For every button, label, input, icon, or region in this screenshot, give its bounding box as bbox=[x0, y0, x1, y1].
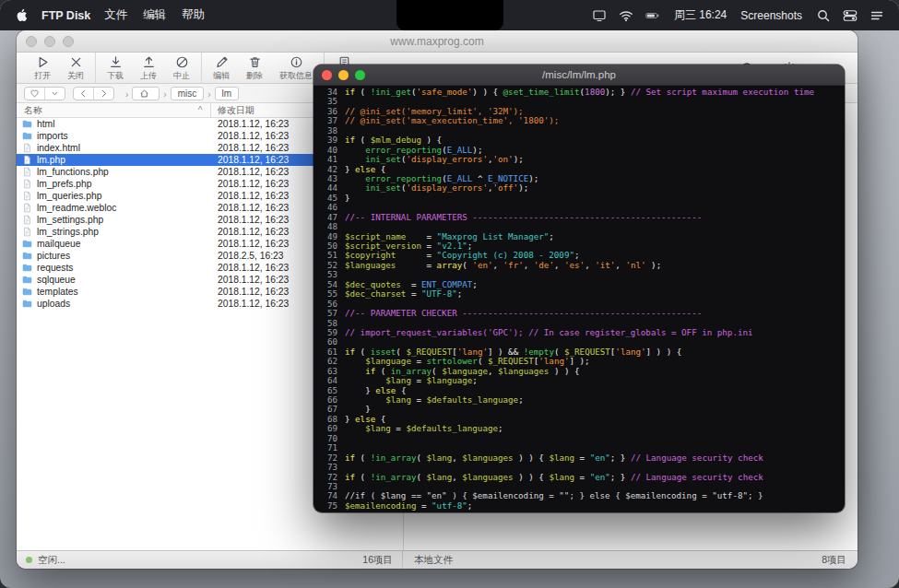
code-token: ( bbox=[355, 472, 371, 482]
file-name: lm_prefs.php bbox=[37, 179, 92, 189]
code-area[interactable]: 34 if ( !ini_get('safe_mode') ) { @set_t… bbox=[313, 86, 845, 511]
breadcrumb-button[interactable] bbox=[132, 87, 160, 100]
toolbar-button[interactable]: 编辑 bbox=[201, 53, 238, 83]
code-token: , bbox=[554, 260, 564, 270]
code-text: $lang = $defaults_language; bbox=[345, 395, 524, 405]
menubar-menu-item[interactable]: 帮助 bbox=[182, 7, 205, 23]
breadcrumb-button[interactable]: misc bbox=[171, 87, 205, 100]
minimize-button[interactable] bbox=[338, 70, 349, 80]
battery-icon[interactable] bbox=[645, 8, 660, 23]
toolbar-button-label: 下载 bbox=[107, 70, 124, 82]
code-token: ; } bbox=[610, 453, 631, 463]
folder-icon bbox=[22, 131, 32, 141]
file-name: pictures bbox=[37, 251, 70, 261]
code-token: $lang bbox=[385, 375, 411, 385]
code-token: $_REQUEST bbox=[488, 356, 534, 366]
status-bar: 空闲... 16项目 本地文件 8项目 bbox=[17, 550, 858, 569]
zoom-button[interactable] bbox=[63, 36, 74, 47]
code-token: $languages bbox=[462, 453, 513, 463]
list-icon[interactable] bbox=[869, 8, 884, 23]
file-date: 2018.1.12, 16:23 bbox=[218, 155, 289, 165]
code-token: $dec_quotes bbox=[345, 279, 401, 289]
editor-window-title: /misc/lm/lm.php bbox=[313, 69, 845, 80]
code-token: // @ini_set('memory_limit', '32M'); bbox=[345, 106, 524, 116]
code-token: E_ALL bbox=[447, 173, 473, 183]
file-name: lm_readme.webloc bbox=[37, 203, 116, 213]
column-header-name[interactable]: 名称 bbox=[17, 104, 42, 117]
code-token: } bbox=[345, 414, 355, 424]
toolbar-button[interactable]: 删除 bbox=[238, 53, 271, 83]
code-token: 'en' bbox=[472, 260, 492, 270]
menubar-menu-item[interactable]: 编辑 bbox=[143, 7, 166, 23]
favorites-heart-segment[interactable] bbox=[25, 88, 44, 100]
control-center-icon[interactable] bbox=[843, 8, 858, 23]
code-token: , bbox=[488, 366, 498, 376]
code-token bbox=[345, 154, 365, 164]
code-token: $dec_charset bbox=[345, 288, 406, 299]
sort-indicator: ^ bbox=[194, 105, 207, 115]
back-button[interactable] bbox=[74, 88, 93, 100]
toolbar-button[interactable]: 打开 bbox=[26, 53, 59, 83]
display-icon[interactable] bbox=[592, 8, 607, 23]
history-nav bbox=[73, 87, 114, 100]
code-token: } bbox=[345, 385, 375, 395]
code-token: ; bbox=[549, 231, 554, 241]
file-name: uploads bbox=[37, 299, 70, 309]
code-token: "v2.1" bbox=[437, 241, 467, 251]
column-header-date[interactable]: 修改日期 bbox=[218, 104, 254, 117]
breadcrumb-button[interactable]: lm bbox=[215, 87, 240, 100]
code-token bbox=[345, 356, 365, 366]
toolbar-button[interactable]: 上传 bbox=[132, 53, 165, 83]
close-button[interactable] bbox=[322, 70, 332, 80]
file-date: 2018.1.12, 16:23 bbox=[218, 239, 289, 249]
menubar-menu-item[interactable]: 文件 bbox=[104, 7, 127, 23]
code-token: $lang bbox=[385, 394, 411, 405]
code-token: ; bbox=[472, 375, 478, 385]
menubar-app-name[interactable]: FTP Disk bbox=[41, 9, 90, 22]
file-name: imports bbox=[37, 131, 68, 141]
code-token: $languages bbox=[462, 472, 513, 482]
code-token: 'safe_mode' bbox=[417, 87, 473, 97]
column-divider[interactable] bbox=[210, 103, 211, 117]
close-button[interactable] bbox=[26, 36, 37, 47]
file-icon bbox=[22, 203, 32, 213]
favorites-button[interactable] bbox=[24, 87, 65, 100]
zoom-button[interactable] bbox=[355, 70, 365, 80]
toolbar-button[interactable]: 下载 bbox=[95, 53, 132, 83]
code-token: // Language security check bbox=[631, 472, 763, 482]
breadcrumb-separator bbox=[160, 85, 170, 101]
file-name: lm.php bbox=[37, 155, 65, 165]
breadcrumb-label: lm bbox=[222, 88, 232, 99]
file-date: 2018.1.12, 16:23 bbox=[218, 131, 289, 141]
code-text: if ( !ini_get('safe_mode') ) { @set_time… bbox=[345, 88, 814, 97]
code-token: 'lang' bbox=[457, 347, 488, 357]
menubar-clock[interactable]: 周三 16:24 bbox=[674, 7, 727, 23]
forward-button[interactable] bbox=[93, 88, 113, 100]
code-token: ); bbox=[528, 173, 538, 183]
line-number: 48 bbox=[313, 222, 337, 231]
code-token: ( bbox=[478, 356, 488, 366]
code-token: = bbox=[396, 250, 436, 260]
code-token: 'on' bbox=[492, 154, 513, 164]
code-token: ; bbox=[498, 423, 503, 433]
wifi-icon[interactable] bbox=[619, 8, 633, 23]
file-icon bbox=[22, 143, 32, 153]
code-token: // @ini_set('max_execution_time', '1800'… bbox=[345, 115, 559, 125]
home-icon bbox=[139, 88, 149, 99]
code-token: $lang bbox=[549, 472, 574, 482]
favorites-dropdown-segment[interactable] bbox=[44, 88, 65, 100]
apple-menu-icon[interactable] bbox=[15, 7, 28, 23]
folder-icon bbox=[22, 251, 32, 261]
menubar-screenshots-label[interactable]: Screenshots bbox=[740, 9, 802, 22]
code-token: 'it' bbox=[595, 260, 615, 270]
editor-titlebar[interactable]: /misc/lm/lm.php bbox=[313, 65, 845, 86]
code-token: !in_array bbox=[371, 472, 417, 482]
ftp-titlebar[interactable]: www.maxprog.com bbox=[17, 30, 858, 53]
menu-bar-status-area: 周三 16:24 Screenshots bbox=[592, 7, 884, 23]
code-token: $language bbox=[365, 356, 411, 366]
minimize-button[interactable] bbox=[44, 36, 55, 47]
search-icon[interactable] bbox=[816, 8, 831, 23]
toolbar-button[interactable]: 中止 bbox=[165, 53, 198, 83]
toolbar-button[interactable]: 关闭 bbox=[59, 53, 92, 83]
code-token: if bbox=[345, 472, 355, 482]
